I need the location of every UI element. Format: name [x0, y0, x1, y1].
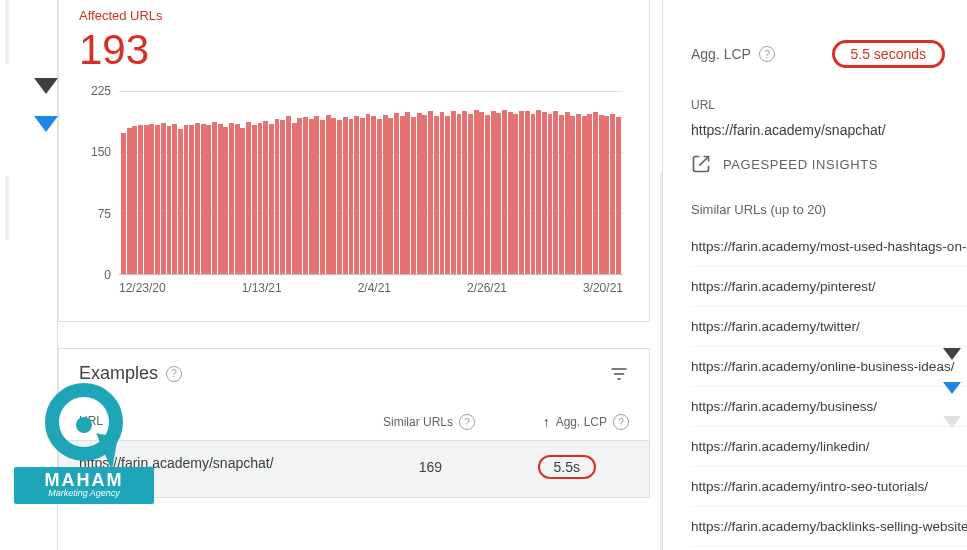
chart-bar [496, 113, 501, 274]
chart-bar [360, 118, 365, 274]
chart-bar [184, 125, 189, 275]
list-item[interactable]: https://farin.academy/most-used-hashtags… [691, 227, 967, 267]
chart-bar [451, 111, 456, 274]
chart-bar [292, 123, 297, 274]
chart-bar [263, 121, 268, 274]
chart-y-axis: 225 150 75 0 [79, 91, 117, 275]
col-similar-header[interactable]: Similar URLs [383, 415, 453, 429]
details-panel: Agg. LCP ? 5.5 seconds URL https://farin… [662, 0, 967, 550]
chart-bar [531, 114, 536, 274]
help-icon[interactable]: ? [613, 414, 629, 430]
chart-bar [303, 117, 308, 274]
chart-bar [536, 110, 541, 274]
affected-urls-card: Affected URLs 193 225 150 75 0 12/23/20 [58, 0, 650, 322]
chart-bar [513, 114, 518, 274]
chart-bar [519, 111, 524, 275]
chart-bar [440, 112, 445, 274]
list-item[interactable]: https://farin.academy/business/ [691, 387, 967, 427]
chevron-down-icon [34, 116, 58, 132]
sort-arrow-up-icon[interactable]: ↑ [543, 414, 550, 430]
chart-bar [149, 124, 154, 274]
chart-bar [235, 124, 240, 274]
chart-bar [388, 118, 393, 274]
chevron-down-icon [34, 78, 58, 94]
row-agg-lcp: 5.5s [538, 455, 596, 479]
help-icon[interactable]: ? [166, 366, 182, 382]
chart-bar [337, 120, 342, 275]
examples-title: Examples [79, 363, 158, 384]
chart-bar [508, 112, 513, 274]
x-tick: 2/26/21 [467, 281, 507, 295]
chart-bar [587, 114, 592, 274]
chart-bar [280, 120, 285, 274]
chart-bar [548, 114, 553, 274]
chart-bar [132, 126, 137, 274]
help-icon[interactable]: ? [759, 46, 775, 62]
filter-icon[interactable] [609, 364, 629, 384]
x-tick: 3/20/21 [583, 281, 623, 295]
affected-urls-chart: 225 150 75 0 12/23/20 1/13/21 2/4/21 2/2… [79, 91, 629, 311]
list-item[interactable]: https://farin.academy/linkedin/ [691, 427, 967, 467]
list-item[interactable]: https://farin.academy/pinterest/ [691, 267, 967, 307]
chart-bar [610, 114, 615, 274]
list-item[interactable]: https://farin.academy/backlinks-selling-… [691, 507, 967, 547]
chart-bar [593, 112, 598, 274]
chart-bar [286, 116, 291, 274]
chart-bar [326, 115, 331, 274]
col-agg-lcp-header[interactable]: Agg. LCP [556, 415, 607, 429]
chevron-down-icon [943, 416, 961, 428]
chart-x-axis: 12/23/20 1/13/21 2/4/21 2/26/21 3/20/21 [119, 281, 623, 295]
scroll-indicators-left [34, 78, 58, 132]
list-item[interactable]: https://farin.academy/online-business-id… [691, 347, 967, 387]
pagespeed-insights-label: PAGESPEED INSIGHTS [723, 157, 878, 172]
chart-bar [491, 111, 496, 274]
chart-bar [565, 112, 570, 274]
chart-bar [309, 119, 314, 274]
chart-bar [314, 116, 319, 274]
agg-lcp-label: Agg. LCP [691, 46, 751, 62]
chart-bar [144, 125, 149, 274]
chart-bar [462, 111, 467, 275]
chart-bar [604, 116, 609, 274]
example-url[interactable]: https://farin.academy/snapchat/ [691, 122, 967, 138]
affected-urls-label: Affected URLs [79, 8, 629, 23]
chart-bar [553, 111, 558, 274]
help-icon[interactable]: ? [459, 414, 475, 430]
chart-bar [428, 111, 433, 274]
chevron-down-icon [943, 382, 961, 394]
x-tick: 1/13/21 [242, 281, 282, 295]
chart-bar [422, 115, 427, 274]
chart-bar [212, 122, 217, 274]
pagespeed-insights-link[interactable]: PAGESPEED INSIGHTS [691, 154, 967, 174]
list-item[interactable]: https://farin.academy/twitter/ [691, 307, 967, 347]
chart-bar [331, 118, 336, 274]
chart-bar [240, 128, 245, 274]
chart-bar [252, 125, 257, 275]
chart-bar [383, 115, 388, 274]
chart-bar [366, 114, 371, 274]
chart-bar [576, 114, 581, 274]
svg-rect-0 [612, 368, 627, 370]
chart-bar [343, 117, 348, 274]
chart-bar [201, 124, 206, 274]
chart-bar [485, 115, 490, 274]
row-similar: 169 [299, 455, 442, 479]
chart-bar [320, 120, 325, 274]
chart-bar [405, 112, 410, 274]
svg-rect-1 [614, 373, 624, 375]
chart-bar [138, 125, 143, 275]
list-item[interactable]: https://farin.academy/intro-seo-tutorial… [691, 467, 967, 507]
chart-bar [223, 127, 228, 274]
open-external-icon [691, 154, 711, 174]
chart-bar [167, 126, 172, 274]
chart-bar [161, 123, 166, 274]
x-tick: 12/23/20 [119, 281, 166, 295]
chart-bar [189, 125, 194, 274]
chart-plot [119, 91, 623, 275]
y-tick: 75 [98, 207, 111, 221]
chart-bar [570, 116, 575, 275]
chart-bar [502, 110, 507, 274]
chart-bar [411, 117, 416, 274]
chart-bar [275, 119, 280, 274]
chart-bar [258, 123, 263, 274]
